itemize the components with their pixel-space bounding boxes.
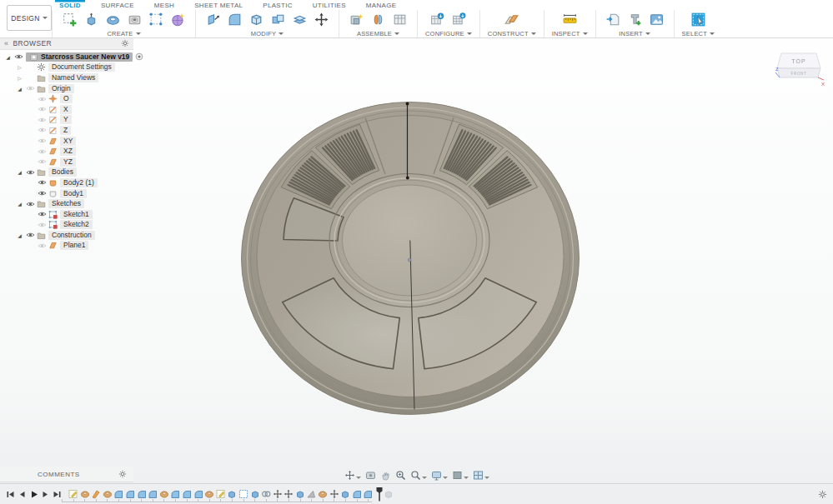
tool-combine-button[interactable] (268, 11, 288, 29)
tool-revolve-button[interactable] (103, 11, 123, 29)
browser-item-named-views[interactable]: ▷Named Views (0, 72, 133, 83)
ribbon-group-label[interactable]: INSPECT (552, 30, 588, 37)
collapse-arrow-icon[interactable]: ◢ (15, 169, 24, 175)
browser-item-bodies[interactable]: ◢Bodies (0, 167, 133, 178)
visibility-eye-icon[interactable] (38, 179, 47, 186)
visibility-eye-icon[interactable] (38, 106, 47, 112)
viewcube[interactable]: TOP FRONT Z X (775, 45, 826, 88)
nav-pan-button[interactable] (380, 470, 391, 481)
tool-hole-button[interactable] (125, 11, 144, 29)
browser-item-axis-x[interactable]: X (0, 104, 133, 115)
tool-press-pull-button[interactable] (203, 11, 223, 29)
comments-bar[interactable]: COMMENTS (0, 467, 133, 482)
timeline-feature-fillet[interactable] (352, 489, 362, 499)
timeline-feature-extrude[interactable] (340, 489, 350, 499)
timeline-feature-fillet[interactable] (113, 489, 123, 499)
playback-go-to-start-button[interactable] (5, 489, 15, 500)
playback-step-forward-button[interactable] (40, 489, 50, 500)
saucer-model[interactable] (242, 102, 580, 415)
timeline-feature-revolve[interactable] (159, 489, 169, 499)
nav-grid-settings-button[interactable] (452, 470, 469, 481)
visibility-eye-icon[interactable] (26, 169, 35, 176)
browser-item-sketches[interactable]: ◢Sketches (0, 198, 133, 209)
ribbon-group-label[interactable]: SELECT (682, 30, 715, 37)
browser-item-sketch1[interactable]: Sketch1 (0, 209, 133, 220)
tool-select-button[interactable] (689, 11, 708, 29)
expand-arrow-icon[interactable]: ▷ (15, 64, 24, 70)
tool-insert-fastener-button[interactable] (625, 11, 645, 29)
browser-item-plane-yz[interactable]: YZ (0, 157, 133, 167)
browser-item-axis-y[interactable]: Y (0, 115, 133, 126)
collapse-panel-icon[interactable]: « (4, 39, 8, 47)
browser-item-body2[interactable]: Body2 (1) (0, 177, 133, 188)
browser-item-root[interactable]: ◢Starcross Saucer New v19 (0, 52, 133, 62)
timeline-feature-combine[interactable] (261, 489, 271, 499)
visibility-eye-icon[interactable] (38, 127, 47, 133)
tool-extrude-button[interactable] (82, 11, 101, 29)
timeline-settings-gear-icon[interactable] (818, 490, 827, 499)
ribbon-group-label[interactable]: CONSTRUCT (488, 30, 536, 37)
timeline-feature-fillet[interactable] (193, 489, 203, 499)
tool-measure-button[interactable] (560, 11, 580, 29)
visibility-eye-icon[interactable] (26, 201, 35, 207)
timeline-feature-extrude[interactable] (250, 489, 260, 499)
tool-construction-plane-button[interactable] (502, 11, 521, 29)
tool-canvas-button[interactable] (647, 11, 666, 29)
timeline-feature-extrude[interactable] (227, 489, 237, 499)
tool-create-form-button[interactable] (168, 11, 188, 29)
visibility-eye-icon[interactable] (38, 96, 47, 102)
timeline-feature-extrude[interactable] (295, 489, 305, 499)
timeline-feature-offset[interactable] (91, 489, 101, 499)
timeline-feature-sketch[interactable] (68, 489, 78, 499)
ribbon-group-label[interactable]: MODIFY (251, 30, 284, 37)
timeline-feature-fillet[interactable] (170, 489, 180, 499)
browser-item-axis-z[interactable]: Z (0, 125, 133, 136)
design-menu-button[interactable]: DESIGN (7, 5, 52, 31)
visibility-eye-icon[interactable] (26, 232, 35, 238)
timeline-feature-revolve[interactable] (103, 489, 113, 499)
browser-item-sketch2[interactable]: Sketch2 (0, 220, 133, 231)
nav-zoom-window-button[interactable] (410, 470, 427, 481)
timeline-feature-revolve[interactable] (80, 489, 90, 499)
tool-fillet-button[interactable] (225, 11, 244, 29)
playback-play-button[interactable] (28, 489, 38, 500)
tool-shell-button[interactable] (247, 11, 266, 29)
collapse-arrow-icon[interactable]: ◢ (15, 86, 24, 92)
visibility-eye-icon[interactable] (14, 53, 23, 60)
browser-item-origin[interactable]: ◢Origin (0, 83, 133, 94)
visibility-eye-icon[interactable] (38, 117, 47, 123)
timeline-feature-fillet[interactable] (137, 489, 147, 499)
timeline-feature-fillet[interactable] (363, 489, 373, 499)
nav-look-at-button[interactable] (365, 470, 376, 481)
browser-item-body1[interactable]: Body1 (0, 188, 133, 199)
timeline-feature-move[interactable] (329, 489, 339, 499)
browser-item-plane-xz[interactable]: XZ (0, 146, 133, 157)
nav-orbit-button[interactable] (344, 470, 361, 481)
ribbon-group-label[interactable]: ASSEMBLE (357, 30, 399, 37)
timeline-feature-pattern[interactable] (238, 489, 248, 499)
tool-new-component-button[interactable] (347, 11, 366, 29)
visibility-eye-icon[interactable] (38, 190, 47, 197)
playback-go-to-end-button[interactable] (52, 489, 62, 500)
timeline-feature-move[interactable] (284, 489, 294, 499)
browser-item-origin-o[interactable]: O (0, 93, 133, 104)
nav-display-settings-button[interactable] (431, 470, 448, 481)
browser-item-plane-xy[interactable]: XY (0, 136, 133, 147)
timeline-feature-sketch[interactable] (216, 489, 226, 499)
sketch-point[interactable] (408, 258, 411, 262)
playback-step-back-button[interactable] (17, 489, 27, 500)
tool-insert-derive-button[interactable] (604, 11, 623, 29)
tool-move-copy-button[interactable] (312, 11, 331, 29)
timeline-feature-revolve[interactable] (204, 489, 214, 499)
tool-joint-origin-button[interactable] (390, 11, 409, 29)
collapse-arrow-icon[interactable]: ◢ (3, 54, 13, 60)
timeline-feature-extrude-suppressed[interactable] (384, 489, 394, 499)
comments-menu-icon[interactable] (118, 470, 133, 478)
timeline-position-marker[interactable] (375, 487, 384, 502)
nav-viewports-button[interactable] (473, 470, 489, 481)
tool-offset-face-button[interactable] (290, 11, 309, 29)
expand-arrow-icon[interactable]: ▷ (15, 75, 24, 81)
tool-joint-button[interactable] (369, 11, 388, 29)
timeline-feature-fillet[interactable] (125, 489, 135, 499)
visibility-eye-icon[interactable] (38, 211, 47, 217)
